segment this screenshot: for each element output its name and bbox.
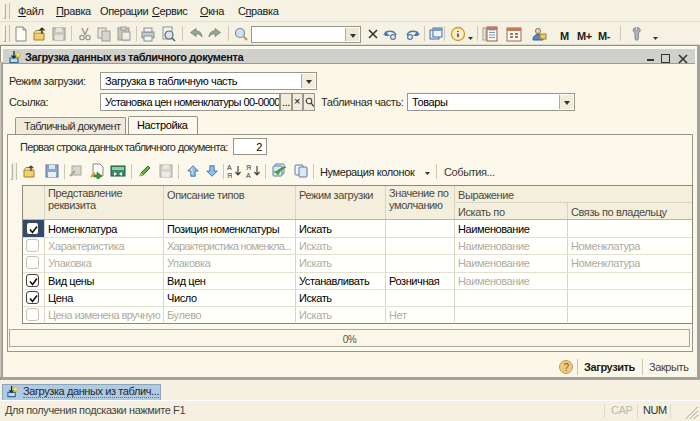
svg-text:А: А [246,172,251,179]
svg-text:Я: Я [227,172,232,179]
svg-text:Я: Я [246,164,251,171]
svg-text:А: А [227,164,232,171]
